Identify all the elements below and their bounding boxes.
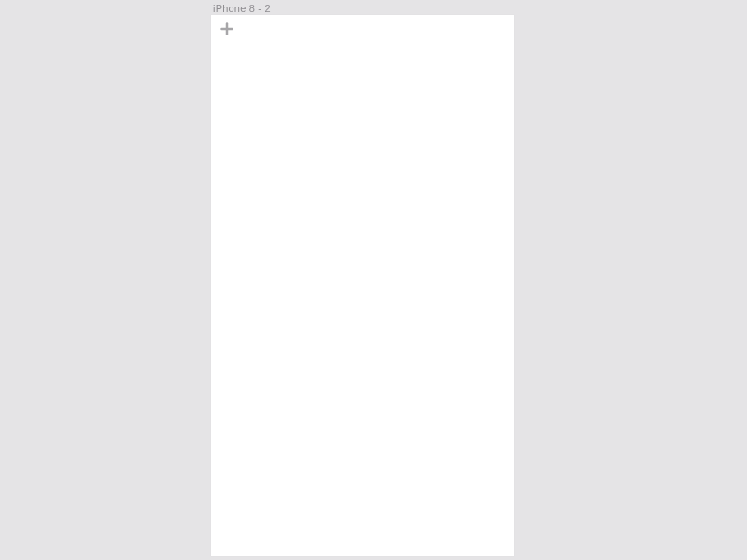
- plus-icon: [220, 22, 233, 35]
- frame-title-label[interactable]: iPhone 8 - 2: [213, 3, 271, 14]
- add-button[interactable]: [218, 21, 235, 37]
- design-canvas[interactable]: iPhone 8 - 2: [0, 0, 747, 560]
- artboard-frame[interactable]: [211, 15, 514, 556]
